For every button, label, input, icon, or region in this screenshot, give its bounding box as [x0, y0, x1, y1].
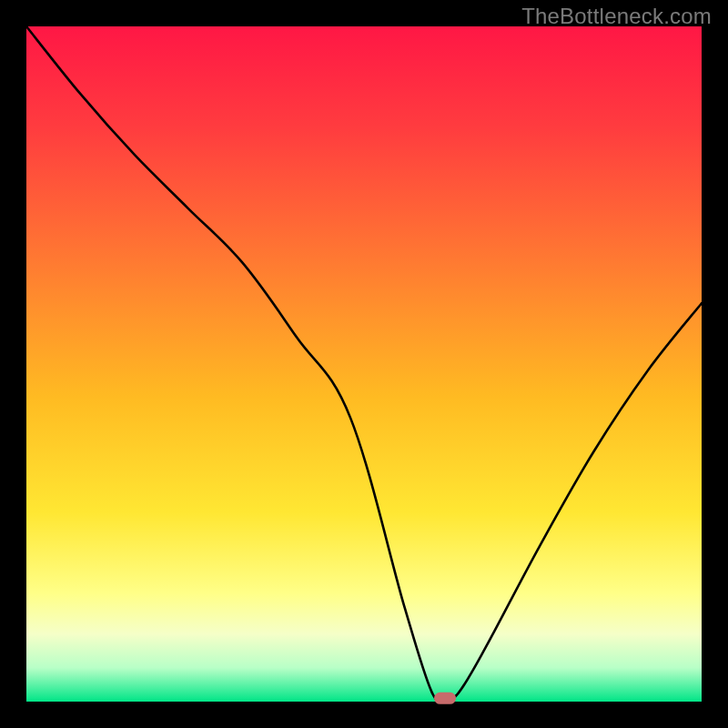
chart-container: TheBottleneck.com [0, 0, 728, 728]
optimum-marker [434, 693, 456, 704]
bottleneck-chart [0, 0, 728, 728]
plot-area [26, 26, 702, 702]
watermark-label: TheBottleneck.com [521, 4, 712, 29]
